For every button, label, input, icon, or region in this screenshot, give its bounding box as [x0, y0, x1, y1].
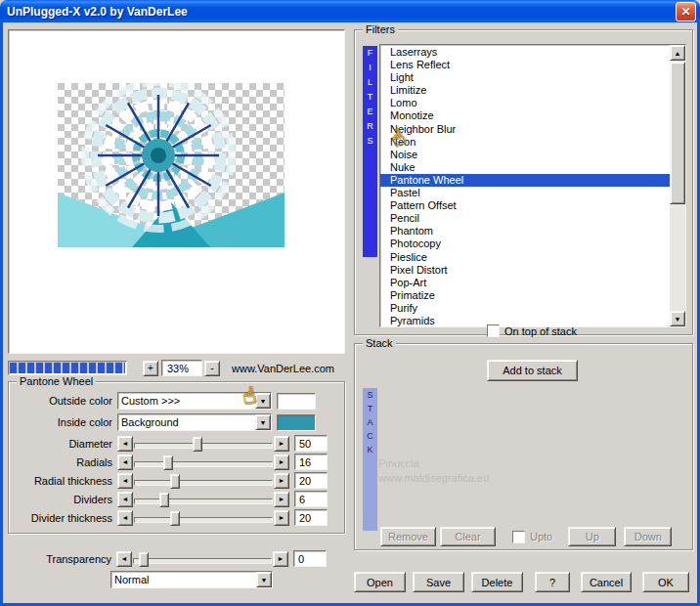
slider-inc-button[interactable]: ►	[274, 473, 289, 489]
ok-button[interactable]: OK	[642, 572, 689, 592]
list-item[interactable]: Lomo	[380, 97, 670, 109]
help-button[interactable]: ?	[535, 572, 570, 592]
list-item[interactable]: Primatize	[380, 289, 670, 302]
slider-inc-button[interactable]: ►	[274, 454, 289, 470]
slider-thumb[interactable]	[193, 437, 202, 452]
remove-button[interactable]: Remove	[380, 527, 436, 546]
stack-group-title: Stack	[363, 337, 396, 349]
scroll-up-icon[interactable]: ▲	[670, 45, 685, 61]
list-item[interactable]: Pencil	[380, 212, 670, 225]
list-item[interactable]: Monotize	[380, 109, 670, 122]
filters-group: Filters FILTERS LaserraysLens ReflectLig…	[354, 29, 693, 335]
scrollbar-thumb[interactable]	[670, 62, 685, 204]
slider-track[interactable]	[134, 436, 273, 452]
slider-row: Radials◄►16	[9, 453, 344, 471]
list-item[interactable]: Pantone Wheel	[380, 174, 670, 187]
slider-track[interactable]	[134, 492, 273, 507]
scroll-down-icon[interactable]: ▼	[670, 311, 685, 326]
pantone-group-title: Pantone Wheel	[17, 375, 96, 387]
save-button[interactable]: Save	[413, 572, 464, 592]
list-item[interactable]: Pattern Offset	[380, 199, 670, 212]
filters-listbox[interactable]: LaserraysLens ReflectLightLimitizeLomoMo…	[379, 44, 686, 327]
slider-track[interactable]	[134, 454, 273, 470]
stack-group: Stack Add to stack STACK Pinuccia www.ma…	[354, 343, 693, 550]
stack-vertical-label: STACK	[363, 388, 377, 531]
filters-group-title: Filters	[363, 23, 398, 35]
transparency-track[interactable]	[133, 551, 272, 567]
slider-inc-button[interactable]: ►	[274, 436, 289, 452]
list-item[interactable]: Light	[380, 71, 670, 84]
delete-button[interactable]: Delete	[471, 572, 523, 592]
preview-panel[interactable]	[8, 29, 345, 354]
checkbox-box[interactable]	[487, 325, 500, 337]
slider-dec-button[interactable]: ◄	[117, 436, 133, 452]
slider-value[interactable]: 16	[294, 454, 328, 470]
slider-value[interactable]: 50	[294, 435, 328, 452]
close-button[interactable]: ✕	[676, 2, 696, 22]
list-item[interactable]: Nuke	[380, 161, 670, 174]
zoom-level-field[interactable]: 33%	[161, 360, 202, 376]
slider-thumb[interactable]	[159, 493, 169, 507]
up-button[interactable]: Up	[568, 527, 616, 546]
slider-dec-button[interactable]: ◄	[117, 492, 133, 507]
list-item[interactable]: Laserrays	[380, 46, 670, 59]
outside-color-swatch[interactable]	[277, 393, 316, 410]
slider-dec-button[interactable]: ◄	[116, 551, 132, 567]
list-item[interactable]: Phantom	[380, 225, 670, 238]
inside-color-swatch[interactable]	[277, 414, 316, 431]
add-to-stack-button[interactable]: Add to stack	[487, 360, 578, 381]
slider-inc-button[interactable]: ►	[274, 492, 289, 507]
chevron-down-icon[interactable]: ▼	[256, 572, 272, 587]
blend-mode-dropdown[interactable]: Normal ▼	[110, 571, 273, 588]
slider-value[interactable]: 6	[294, 491, 328, 507]
vendor-website-text: www.VanDerLee.com	[232, 363, 334, 374]
slider-dec-button[interactable]: ◄	[117, 454, 133, 470]
window-title: UnPlugged-X v2.0 by VanDerLee	[7, 5, 676, 19]
list-item[interactable]: Pastel	[380, 187, 670, 199]
checkbox-box[interactable]	[512, 531, 525, 543]
transparency-value[interactable]: 0	[293, 550, 327, 567]
slider-row: Dividers◄►6	[9, 490, 344, 508]
slider-thumb[interactable]	[163, 455, 173, 470]
list-item[interactable]: Purify	[380, 302, 670, 315]
slider-label: Radial thickness	[17, 475, 117, 487]
slider-thumb[interactable]	[170, 474, 180, 489]
list-item[interactable]: Neon	[380, 136, 670, 149]
filters-scrollbar[interactable]: ▲ ▼	[670, 45, 685, 326]
zoom-out-button[interactable]: -	[204, 361, 220, 376]
clear-button[interactable]: Clear	[440, 527, 496, 546]
inside-color-dropdown[interactable]: Background ▼	[117, 413, 272, 431]
slider-thumb[interactable]	[139, 552, 149, 567]
zoom-in-button[interactable]: +	[143, 361, 158, 376]
slider-dec-button[interactable]: ◄	[117, 510, 133, 526]
slider-track[interactable]	[134, 473, 273, 489]
footer-button-row: Open Save Delete ? Cancel OK	[354, 572, 693, 592]
slider-dec-button[interactable]: ◄	[117, 473, 133, 489]
titlebar[interactable]: UnPlugged-X v2.0 by VanDerLee ✕	[0, 0, 700, 22]
transparency-row: Transparency ◄ ► 0	[8, 549, 345, 568]
slider-thumb[interactable]	[170, 511, 180, 526]
chevron-down-icon[interactable]: ▼	[255, 414, 271, 430]
filters-vertical-label: FILTERS	[363, 46, 377, 257]
list-item[interactable]: Limitize	[380, 84, 670, 97]
list-item[interactable]: Pieslice	[380, 251, 670, 264]
list-item[interactable]: Noise	[380, 149, 670, 161]
cancel-button[interactable]: Cancel	[581, 572, 632, 592]
slider-value[interactable]: 20	[294, 472, 328, 489]
list-item[interactable]: Pop-Art	[380, 277, 670, 289]
open-button[interactable]: Open	[354, 572, 406, 592]
list-item[interactable]: Pixel Distort	[380, 264, 670, 277]
list-item[interactable]: Neighbor Blur	[380, 123, 670, 136]
slider-row: Divider thickness◄►20	[9, 508, 344, 527]
on-top-of-stack-checkbox[interactable]: On top of stack	[487, 325, 577, 337]
slider-label: Divider thickness	[17, 512, 117, 524]
slider-inc-button[interactable]: ►	[273, 551, 288, 567]
slider-value[interactable]: 20	[294, 509, 328, 526]
list-item[interactable]: Lens Reflect	[380, 59, 670, 71]
upto-checkbox[interactable]: Upto	[512, 531, 552, 543]
slider-track[interactable]	[134, 510, 273, 526]
list-item[interactable]: Photocopy	[380, 238, 670, 250]
down-button[interactable]: Down	[624, 527, 672, 546]
slider-inc-button[interactable]: ►	[274, 510, 289, 526]
preview-image	[58, 83, 284, 247]
